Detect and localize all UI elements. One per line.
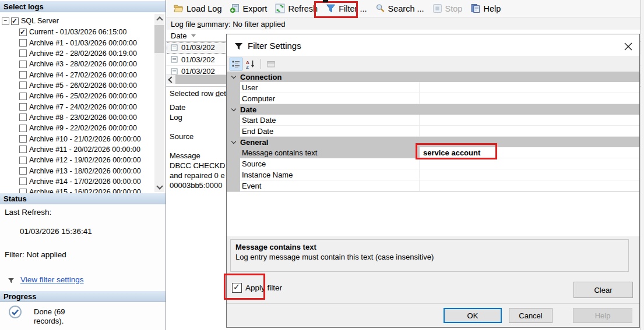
log-checkbox[interactable] <box>19 71 27 79</box>
background-window-edge <box>641 0 644 330</box>
alphabetical-sort-button[interactable]: AZ <box>244 58 257 70</box>
tree-item[interactable]: Archive #15 - 16/02/2026 00:00:00 <box>0 187 153 193</box>
log-checkbox[interactable] <box>19 61 27 68</box>
tree-item[interactable]: Archive #6 - 25/02/2026 00:00:00 <box>0 91 153 101</box>
scroll-down-icon[interactable] <box>156 183 163 189</box>
tree-item[interactable]: Archive #9 - 22/02/2026 00:00:00 <box>0 123 153 133</box>
log-checkbox[interactable] <box>19 81 27 89</box>
tree-item[interactable]: Archive #12 - 19/02/2026 00:00:00 <box>0 155 153 165</box>
toolbar-separator <box>261 59 261 69</box>
property-row[interactable]: User <box>227 82 639 93</box>
tree-item[interactable]: Archive #7 - 24/02/2026 00:00:00 <box>0 101 153 112</box>
property-value-field[interactable] <box>420 169 639 180</box>
main-toolbar: Load Log Export Refresh Filter ... Searc… <box>166 0 644 17</box>
log-checkbox[interactable] <box>19 103 27 111</box>
tree-item[interactable]: Current - 01/03/2026 06:15:00 <box>0 27 153 37</box>
cancel-button[interactable]: Cancel <box>509 308 552 323</box>
property-row[interactable]: Source <box>227 158 639 169</box>
property-value-field[interactable] <box>420 158 639 169</box>
done-check-icon <box>8 305 22 319</box>
help-dialog-button[interactable]: Help <box>573 308 632 323</box>
tree-item[interactable]: Archive #2 - 28/02/2026 00:19:00 <box>0 48 153 59</box>
property-label[interactable]: Start Date <box>240 115 420 126</box>
property-category-row[interactable]: Date <box>227 104 639 115</box>
export-button[interactable]: Export <box>226 2 271 15</box>
property-value-field[interactable] <box>420 82 639 93</box>
property-label[interactable]: End Date <box>240 126 420 137</box>
log-checkbox[interactable] <box>19 157 27 164</box>
help-button[interactable]: Help <box>466 2 505 15</box>
tree-item[interactable]: Archive #14 - 17/02/2026 00:00:00 <box>0 176 153 187</box>
property-row[interactable]: Event <box>227 180 639 191</box>
tree-item[interactable]: Archive #4 - 27/02/2026 00:00:00 <box>0 69 153 80</box>
grid-gutter <box>227 169 240 180</box>
collapse-chevron-icon[interactable] <box>227 108 240 111</box>
ok-button[interactable]: OK <box>444 308 502 323</box>
tree-scrollbar[interactable] <box>154 14 164 192</box>
property-label[interactable]: Event <box>240 180 420 191</box>
scroll-up-icon[interactable] <box>156 16 163 23</box>
stop-button[interactable]: Stop <box>428 2 467 15</box>
property-value-field[interactable] <box>420 115 639 126</box>
log-checkbox[interactable] <box>19 113 27 121</box>
tree-item[interactable]: Archive #11 - 20/02/2026 00:00:00 <box>0 144 153 155</box>
property-pages-button[interactable] <box>265 58 277 70</box>
log-checkbox[interactable] <box>19 29 27 36</box>
collapse-chevron-icon[interactable] <box>227 141 240 143</box>
scrollbar-thumb[interactable] <box>175 75 227 84</box>
tree-item[interactable]: Archive #3 - 28/02/2026 00:00:00 <box>0 59 153 69</box>
sql-server-checkbox[interactable] <box>11 17 19 25</box>
property-label[interactable]: Message contains text <box>240 147 420 158</box>
log-checkbox[interactable] <box>19 167 27 175</box>
tree-item[interactable]: Archive #10 - 21/02/2026 00:00:00 <box>0 133 153 144</box>
tree-item[interactable]: Archive #5 - 26/02/2026 00:00:00 <box>0 80 153 91</box>
clear-button[interactable]: Clear <box>573 282 633 298</box>
log-checkbox[interactable] <box>19 125 27 132</box>
tree-item-label: Archive #9 - 22/02/2026 00:00:00 <box>29 124 137 132</box>
property-row[interactable]: End Date <box>227 126 639 137</box>
property-value-field[interactable] <box>420 180 639 191</box>
property-row[interactable]: Computer <box>227 93 639 104</box>
svg-text:Z: Z <box>246 64 249 69</box>
categorized-view-button[interactable] <box>230 58 242 70</box>
tree-item-label: Archive #12 - 19/02/2026 00:00:00 <box>29 156 141 164</box>
log-checkbox[interactable] <box>19 49 27 57</box>
property-category-row[interactable]: Connection <box>227 72 639 82</box>
property-row[interactable]: Start Date <box>227 115 639 126</box>
view-filter-settings-link[interactable]: View filter settings <box>20 275 84 284</box>
tree-item-label: Archive #2 - 28/02/2026 00:19:00 <box>29 49 137 58</box>
scrollbar-thumb[interactable] <box>154 25 164 53</box>
log-checkbox[interactable] <box>19 39 27 47</box>
property-row[interactable]: Instance Name <box>227 169 639 180</box>
collapse-chevron-icon[interactable] <box>227 76 240 78</box>
annotation-box-apply-filter <box>224 274 265 300</box>
log-checkbox[interactable] <box>19 189 27 193</box>
log-checkbox[interactable] <box>19 135 27 143</box>
log-checkbox[interactable] <box>19 146 27 153</box>
search-button[interactable]: Search ... <box>371 2 428 15</box>
stop-label: Stop <box>445 4 463 13</box>
tree-collapse-icon[interactable]: − <box>2 17 9 25</box>
property-label[interactable]: Computer <box>240 93 420 104</box>
progress-header-label: Progress <box>3 292 36 301</box>
details-header-accel: d <box>216 89 220 98</box>
scroll-left-button[interactable] <box>166 75 175 84</box>
log-checkbox[interactable] <box>19 178 27 185</box>
log-row-date: 01/03/202 <box>181 43 215 52</box>
tree-item[interactable]: Archive #13 - 18/02/2026 00:00:00 <box>0 165 153 176</box>
property-label[interactable]: User <box>240 82 420 93</box>
property-value-field[interactable] <box>420 126 639 137</box>
log-checkbox[interactable] <box>19 93 27 100</box>
property-label[interactable]: Instance Name <box>240 169 420 180</box>
close-icon[interactable] <box>621 39 636 54</box>
tree-item[interactable]: Archive #8 - 23/02/2026 00:00:00 <box>0 112 153 123</box>
tree-root-sql-server[interactable]: − SQL Server <box>2 16 59 26</box>
status-header: Status <box>0 193 166 204</box>
filter-settings-dialog: Filter Settings AZ ConnectionUserCompute… <box>226 34 640 328</box>
property-label[interactable]: Source <box>240 158 420 169</box>
load-log-button[interactable]: Load Log <box>170 2 226 15</box>
log-row-date: 01/03/202 <box>181 55 215 64</box>
tree-item[interactable]: Archive #1 - 01/03/2026 00:00:00 <box>0 37 153 48</box>
property-value-field[interactable] <box>420 93 639 104</box>
sort-arrow-icon <box>191 34 196 37</box>
